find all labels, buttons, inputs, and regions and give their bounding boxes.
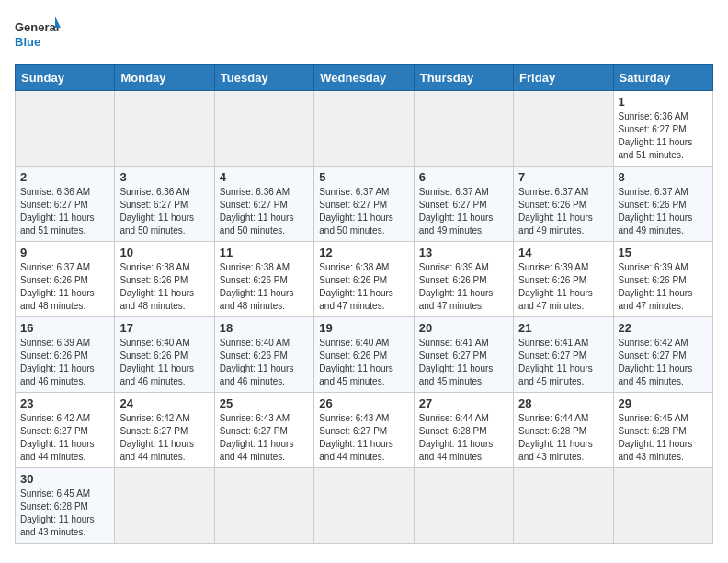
day-info: Sunrise: 6:44 AM Sunset: 6:28 PM Dayligh… — [518, 412, 608, 464]
calendar-cell: 15Sunrise: 6:39 AM Sunset: 6:26 PM Dayli… — [613, 242, 712, 317]
weekday-header: Tuesday — [214, 65, 313, 91]
day-number: 22 — [619, 321, 708, 335]
calendar-cell — [514, 468, 613, 544]
calendar-cell — [514, 91, 613, 167]
day-info: Sunrise: 6:37 AM Sunset: 6:27 PM Dayligh… — [419, 186, 508, 237]
calendar-cell: 2Sunrise: 6:36 AM Sunset: 6:27 PM Daylig… — [16, 167, 115, 242]
calendar-cell — [613, 468, 712, 544]
day-number: 30 — [20, 472, 109, 486]
calendar-cell — [16, 91, 115, 167]
calendar-cell: 29Sunrise: 6:45 AM Sunset: 6:28 PM Dayli… — [613, 393, 712, 468]
day-number: 8 — [619, 170, 708, 184]
calendar-cell: 21Sunrise: 6:41 AM Sunset: 6:27 PM Dayli… — [514, 317, 613, 393]
day-number: 3 — [119, 170, 209, 184]
day-info: Sunrise: 6:39 AM Sunset: 6:26 PM Dayligh… — [619, 261, 708, 313]
day-number: 13 — [419, 246, 508, 259]
svg-text:Blue: Blue — [15, 35, 40, 49]
day-info: Sunrise: 6:36 AM Sunset: 6:27 PM Dayligh… — [619, 110, 708, 162]
day-info: Sunrise: 6:39 AM Sunset: 6:26 PM Dayligh… — [518, 261, 608, 313]
weekday-header: Sunday — [16, 65, 115, 91]
weekday-header: Friday — [514, 65, 613, 91]
day-number: 5 — [319, 170, 408, 184]
calendar-cell: 16Sunrise: 6:39 AM Sunset: 6:26 PM Dayli… — [16, 317, 115, 393]
calendar-cell: 22Sunrise: 6:42 AM Sunset: 6:27 PM Dayli… — [613, 317, 712, 393]
day-number: 29 — [619, 396, 708, 410]
calendar-cell: 25Sunrise: 6:43 AM Sunset: 6:27 PM Dayli… — [214, 393, 313, 468]
day-number: 11 — [220, 246, 309, 259]
calendar-cell: 3Sunrise: 6:36 AM Sunset: 6:27 PM Daylig… — [115, 167, 214, 242]
day-info: Sunrise: 6:38 AM Sunset: 6:26 PM Dayligh… — [319, 261, 408, 313]
day-number: 9 — [20, 246, 109, 259]
calendar-table: SundayMondayTuesdayWednesdayThursdayFrid… — [15, 64, 713, 544]
day-info: Sunrise: 6:45 AM Sunset: 6:28 PM Dayligh… — [20, 488, 109, 539]
day-info: Sunrise: 6:36 AM Sunset: 6:27 PM Dayligh… — [119, 186, 209, 237]
day-info: Sunrise: 6:45 AM Sunset: 6:28 PM Dayligh… — [619, 412, 708, 464]
calendar-cell: 23Sunrise: 6:42 AM Sunset: 6:27 PM Dayli… — [16, 393, 115, 468]
day-info: Sunrise: 6:38 AM Sunset: 6:26 PM Dayligh… — [119, 261, 209, 313]
day-number: 26 — [319, 396, 408, 410]
calendar-cell — [115, 468, 214, 544]
day-number: 10 — [119, 246, 209, 259]
day-number: 18 — [220, 321, 309, 335]
calendar-cell: 28Sunrise: 6:44 AM Sunset: 6:28 PM Dayli… — [514, 393, 613, 468]
day-number: 2 — [20, 170, 109, 184]
day-info: Sunrise: 6:43 AM Sunset: 6:27 PM Dayligh… — [220, 412, 309, 464]
calendar-cell — [314, 91, 414, 167]
page-header: General Blue — [15, 15, 713, 55]
day-number: 16 — [20, 321, 109, 335]
calendar-cell: 1Sunrise: 6:36 AM Sunset: 6:27 PM Daylig… — [613, 91, 712, 167]
logo: General Blue — [15, 15, 61, 55]
day-number: 14 — [518, 246, 608, 259]
day-number: 21 — [518, 321, 608, 335]
day-info: Sunrise: 6:37 AM Sunset: 6:26 PM Dayligh… — [619, 186, 708, 237]
calendar-cell: 12Sunrise: 6:38 AM Sunset: 6:26 PM Dayli… — [314, 242, 414, 317]
day-number: 24 — [119, 396, 209, 410]
day-info: Sunrise: 6:39 AM Sunset: 6:26 PM Dayligh… — [20, 337, 109, 388]
day-info: Sunrise: 6:36 AM Sunset: 6:27 PM Dayligh… — [20, 186, 109, 237]
day-number: 12 — [319, 246, 408, 259]
calendar-cell: 26Sunrise: 6:43 AM Sunset: 6:27 PM Dayli… — [314, 393, 414, 468]
calendar-cell: 17Sunrise: 6:40 AM Sunset: 6:26 PM Dayli… — [115, 317, 214, 393]
day-info: Sunrise: 6:42 AM Sunset: 6:27 PM Dayligh… — [20, 412, 109, 464]
calendar-cell: 19Sunrise: 6:40 AM Sunset: 6:26 PM Dayli… — [314, 317, 414, 393]
day-number: 23 — [20, 396, 109, 410]
weekday-header: Monday — [115, 65, 214, 91]
weekday-header: Wednesday — [314, 65, 414, 91]
day-info: Sunrise: 6:40 AM Sunset: 6:26 PM Dayligh… — [319, 337, 408, 388]
day-number: 28 — [518, 396, 608, 410]
calendar-cell — [414, 468, 513, 544]
day-info: Sunrise: 6:37 AM Sunset: 6:26 PM Dayligh… — [20, 261, 109, 313]
calendar-cell — [314, 468, 414, 544]
day-number: 27 — [419, 396, 508, 410]
day-number: 6 — [419, 170, 508, 184]
calendar-cell: 18Sunrise: 6:40 AM Sunset: 6:26 PM Dayli… — [214, 317, 313, 393]
day-info: Sunrise: 6:43 AM Sunset: 6:27 PM Dayligh… — [319, 412, 408, 464]
calendar-cell: 11Sunrise: 6:38 AM Sunset: 6:26 PM Dayli… — [214, 242, 313, 317]
calendar-cell: 30Sunrise: 6:45 AM Sunset: 6:28 PM Dayli… — [16, 468, 115, 544]
calendar-cell — [214, 468, 313, 544]
calendar-cell — [115, 91, 214, 167]
calendar-cell: 13Sunrise: 6:39 AM Sunset: 6:26 PM Dayli… — [414, 242, 513, 317]
calendar-cell: 4Sunrise: 6:36 AM Sunset: 6:27 PM Daylig… — [214, 167, 313, 242]
day-number: 7 — [518, 170, 608, 184]
day-number: 1 — [619, 95, 708, 109]
calendar-cell: 6Sunrise: 6:37 AM Sunset: 6:27 PM Daylig… — [414, 167, 513, 242]
day-info: Sunrise: 6:40 AM Sunset: 6:26 PM Dayligh… — [220, 337, 309, 388]
weekday-header: Saturday — [613, 65, 712, 91]
calendar-cell: 5Sunrise: 6:37 AM Sunset: 6:27 PM Daylig… — [314, 167, 414, 242]
day-info: Sunrise: 6:38 AM Sunset: 6:26 PM Dayligh… — [220, 261, 309, 313]
calendar-cell — [414, 91, 513, 167]
day-number: 15 — [619, 246, 708, 259]
day-number: 19 — [319, 321, 408, 335]
day-info: Sunrise: 6:37 AM Sunset: 6:26 PM Dayligh… — [518, 186, 608, 237]
day-number: 4 — [220, 170, 309, 184]
day-info: Sunrise: 6:42 AM Sunset: 6:27 PM Dayligh… — [619, 337, 708, 388]
day-info: Sunrise: 6:40 AM Sunset: 6:26 PM Dayligh… — [119, 337, 209, 388]
day-info: Sunrise: 6:39 AM Sunset: 6:26 PM Dayligh… — [419, 261, 508, 313]
day-info: Sunrise: 6:44 AM Sunset: 6:28 PM Dayligh… — [419, 412, 508, 464]
calendar-cell: 14Sunrise: 6:39 AM Sunset: 6:26 PM Dayli… — [514, 242, 613, 317]
day-info: Sunrise: 6:42 AM Sunset: 6:27 PM Dayligh… — [119, 412, 209, 464]
calendar-cell: 20Sunrise: 6:41 AM Sunset: 6:27 PM Dayli… — [414, 317, 513, 393]
logo-svg: General Blue — [15, 15, 61, 55]
calendar-cell: 7Sunrise: 6:37 AM Sunset: 6:26 PM Daylig… — [514, 167, 613, 242]
